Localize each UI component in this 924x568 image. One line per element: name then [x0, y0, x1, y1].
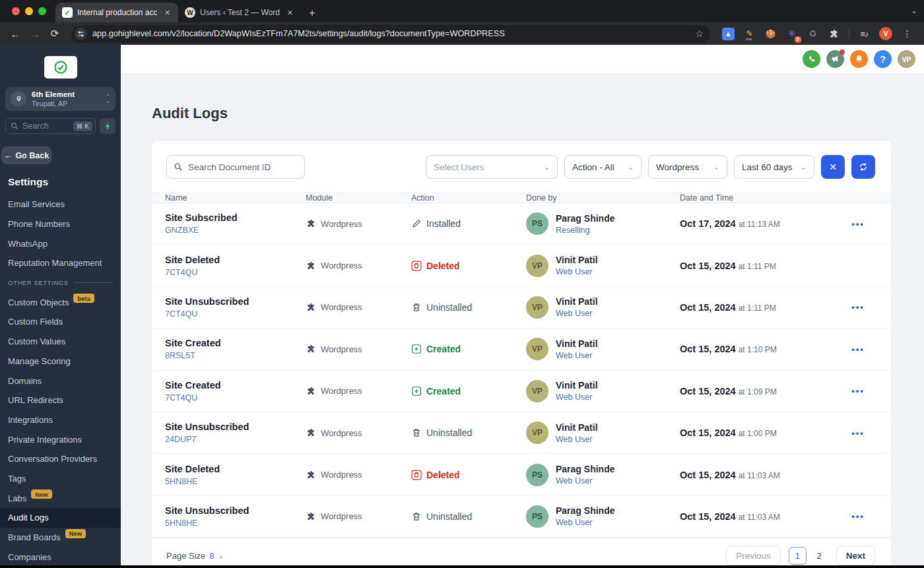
document-id-search-input[interactable]: Search Document ID: [166, 155, 305, 179]
sidebar-item-tags[interactable]: Tags: [0, 469, 121, 489]
extension-icon-cookie[interactable]: 🍪: [764, 28, 777, 40]
row-actions-menu[interactable]: •••: [851, 219, 865, 229]
search-icon: [174, 162, 183, 172]
zoom-window-button[interactable]: [38, 7, 46, 15]
row-document-id-link[interactable]: 5HN8HE: [165, 519, 306, 528]
row-actions-menu[interactable]: •••: [851, 511, 865, 521]
row-user-role-link[interactable]: Web User: [556, 518, 614, 527]
sidebar-item-email-services[interactable]: Email Services: [0, 195, 121, 214]
row-actions-menu[interactable]: •••: [851, 344, 865, 354]
notifications-button[interactable]: [850, 50, 868, 68]
select-users-dropdown[interactable]: Select Users⌄: [426, 155, 558, 179]
module-filter-dropdown[interactable]: Wordpress⌄: [648, 155, 727, 179]
extension-icon-css[interactable]: ✎css: [743, 28, 756, 40]
site-info-icon[interactable]: [75, 28, 87, 40]
chevron-down-icon: ⌄: [218, 552, 224, 559]
app-header-bar: ? VP: [121, 45, 924, 74]
sidebar-item-brand-boards[interactable]: Brand Boards New: [0, 528, 121, 548]
help-button[interactable]: ?: [874, 50, 892, 68]
row-document-id-link[interactable]: 24DUP7: [165, 435, 306, 444]
close-window-button[interactable]: [12, 7, 20, 15]
sidebar-item-custom-values[interactable]: Custom Values: [0, 332, 121, 352]
row-actions-menu[interactable]: •••: [851, 302, 865, 312]
bookmark-star-icon[interactable]: ☆: [695, 28, 704, 39]
tab-search-icon[interactable]: ⌄: [911, 6, 917, 15]
extension-icon-blue[interactable]: ▲: [722, 28, 735, 40]
sidebar-item-integrations[interactable]: Integrations: [0, 410, 121, 430]
row-document-id-link[interactable]: 7CT4QU: [165, 268, 306, 277]
row-actions-menu[interactable]: •••: [851, 428, 865, 438]
row-user-role-link[interactable]: Web User: [556, 351, 598, 360]
tab-close-icon[interactable]: ✕: [162, 7, 173, 18]
module-filter-value: Wordpress: [656, 162, 699, 172]
sidebar-item-conversation-providers[interactable]: Conversation Providers: [0, 449, 121, 469]
minimize-window-button[interactable]: [25, 7, 33, 15]
date-range-dropdown[interactable]: Last 60 days⌄: [734, 155, 814, 179]
avatar: VP: [526, 338, 548, 360]
row-document-id-link[interactable]: 7CT4QU: [165, 393, 306, 402]
sidebar-item-domains[interactable]: Domains: [0, 371, 121, 391]
search-shortcut-badge: ⌘ K: [73, 121, 92, 131]
row-document-id-link[interactable]: 7CT4QU: [165, 309, 306, 319]
new-tab-button[interactable]: +: [301, 7, 323, 22]
sidebar-item-private-integrations[interactable]: Private Integrations: [0, 429, 121, 449]
extension-icon-recycle[interactable]: ♻: [807, 28, 819, 40]
media-controls-icon[interactable]: ≡♪: [858, 28, 871, 40]
row-user-role-link[interactable]: Web User: [556, 476, 614, 486]
row-name: Site Unsubscribed: [165, 422, 306, 432]
browser-tab[interactable]: W Users ‹ Test 2 — WordPress ✕: [178, 3, 301, 22]
row-time: at 1:11 PM: [739, 303, 776, 313]
row-user-role-link[interactable]: Reselling: [556, 226, 614, 235]
clear-filters-button[interactable]: ✕: [821, 155, 845, 179]
user-avatar[interactable]: VP: [898, 50, 915, 68]
sidebar-item-label: Brand Boards: [8, 532, 61, 542]
page-number-1[interactable]: 1: [789, 547, 807, 565]
page-number-2[interactable]: 2: [810, 547, 828, 565]
sidebar-item-companies[interactable]: Companies: [0, 547, 121, 567]
refresh-button[interactable]: [851, 155, 875, 179]
row-document-id-link[interactable]: 8RSL5T: [165, 351, 306, 360]
location-switcher[interactable]: 6th Element Tirupati, AP ⌃⌄: [5, 87, 116, 111]
row-user-role-link[interactable]: Web User: [556, 309, 598, 318]
sidebar-item-manage-scoring[interactable]: Manage Scoring: [0, 352, 121, 371]
row-user-role-link[interactable]: Web User: [556, 267, 598, 276]
extension-icon-spinner[interactable]: ✳5: [785, 28, 798, 40]
back-button[interactable]: ←: [7, 28, 24, 40]
sidebar-item-phone-numbers[interactable]: Phone Numbers: [0, 214, 121, 234]
page-size-control[interactable]: Page Size 8 ⌄: [166, 551, 224, 561]
previous-page-button[interactable]: Previous: [726, 546, 781, 565]
quick-actions-button[interactable]: [100, 118, 116, 134]
column-header: Name: [165, 193, 306, 203]
row-action-label: Uninstalled: [426, 511, 472, 522]
extensions-menu-icon[interactable]: [828, 28, 840, 40]
row-document-id-link[interactable]: 5HN8HE: [165, 477, 306, 486]
row-name: Site Unsubscribed: [165, 505, 306, 516]
browser-menu-icon[interactable]: ⋮: [901, 28, 913, 40]
browser-tab[interactable]: ✓ Internal production account [ ✕: [55, 3, 178, 22]
row-time: at 11:03 AM: [739, 513, 780, 522]
sidebar-item-custom-fields[interactable]: Custom Fields: [0, 312, 121, 332]
sidebar-item-audit-logs[interactable]: Audit Logs: [0, 508, 121, 528]
forward-button[interactable]: →: [26, 28, 44, 40]
row-user-role-link[interactable]: Web User: [556, 393, 598, 402]
row-name: Site Created: [165, 338, 306, 348]
sidebar-item-whatsapp[interactable]: WhatsApp: [0, 234, 121, 253]
row-user-role-link[interactable]: Web User: [556, 435, 598, 444]
sidebar-item-reputation-management[interactable]: Reputation Management: [0, 253, 121, 273]
sidebar-item-labs[interactable]: Labs New: [0, 488, 121, 508]
sidebar-item-url-redirects[interactable]: URL Redirects: [0, 391, 121, 410]
go-back-button[interactable]: ← Go Back: [1, 146, 51, 164]
check-logo-icon: [53, 59, 69, 75]
address-bar[interactable]: app.gohighlevel.com/v2/location/D2WapWIs…: [71, 25, 710, 43]
sidebar-item-custom-objects[interactable]: Custom Objects beta: [0, 292, 121, 312]
reload-button[interactable]: ⟳: [46, 28, 63, 40]
next-page-button[interactable]: Next: [836, 546, 875, 565]
row-document-id-link[interactable]: GNZBXE: [165, 226, 306, 235]
sidebar-search-input[interactable]: Search ⌘ K: [5, 118, 96, 134]
action-filter-dropdown[interactable]: Action - All⌄: [564, 155, 642, 179]
tab-close-icon[interactable]: ✕: [284, 7, 296, 18]
browser-profile-avatar[interactable]: V: [879, 27, 892, 40]
phone-button[interactable]: [803, 50, 820, 68]
announcements-button[interactable]: [826, 50, 844, 68]
row-actions-menu[interactable]: •••: [851, 386, 865, 396]
